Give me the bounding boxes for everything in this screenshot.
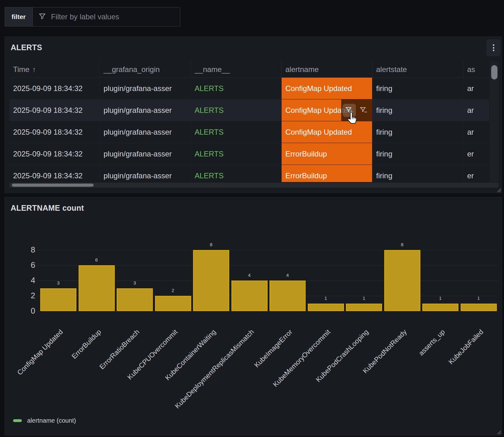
cell-text: plugin/grafana-asser [104, 128, 172, 137]
cell-alertname[interactable]: ErrorBuildup [282, 143, 372, 165]
column-header-alertstate[interactable]: alertstate [372, 61, 463, 78]
cell-alertname[interactable]: ErrorBuildup [282, 165, 372, 182]
bar-KubeJobFailed [461, 304, 497, 311]
cell-extra: ar [463, 99, 489, 121]
bar-value-label: 8 [384, 242, 420, 247]
panel-resize-handle[interactable] [496, 187, 501, 192]
cell-text: firing [376, 106, 392, 115]
filter-for-value-button[interactable] [343, 104, 356, 117]
horizontal-scrollbar-thumb[interactable] [12, 184, 94, 187]
column-header-label: __name__ [195, 65, 230, 74]
bar-value-label: 6 [79, 257, 115, 262]
filter-out-value-button[interactable] [357, 104, 370, 117]
vertical-scrollbar[interactable] [490, 61, 498, 182]
cell-filter-actions [341, 99, 372, 121]
bar-value-label: 8 [193, 242, 229, 247]
alertname-count-panel: ALERTNAME count 024683ConfigMap Updated6… [4, 197, 502, 435]
cell-time: 2025-09-09 18:34:32 [9, 99, 100, 121]
column-header-time[interactable]: Time↑ [9, 61, 100, 78]
bar-value-label: 1 [346, 295, 382, 301]
bar-chart: 024683ConfigMap Updated6ErrorBuildup3Err… [5, 197, 502, 435]
column-header-name[interactable]: __name__ [191, 61, 282, 78]
cell-text: 2025-09-09 18:34:32 [13, 128, 83, 137]
bar-KubeContainerWaiting [193, 250, 229, 311]
column-header-label: Time [13, 65, 29, 74]
cell-alertstate: firing [372, 78, 463, 99]
cell-text: 2025-09-09 18:34:32 [13, 106, 83, 115]
x-axis-category-label: asserts_up [417, 328, 447, 357]
table-row: 2025-09-09 18:34:32plugin/grafana-asserA… [9, 99, 489, 121]
column-header-origin[interactable]: __grafana_origin [100, 61, 191, 78]
cell-name: ALERTS [191, 165, 282, 182]
cell-text: ConfigMap Updated [285, 84, 352, 93]
cell-text: plugin/grafana-asser [104, 171, 172, 180]
cell-origin: plugin/grafana-asser [100, 165, 191, 182]
filter-key-text: filter [12, 13, 26, 21]
cell-text: plugin/grafana-asser [104, 84, 172, 93]
x-axis-category-label: ErrorRatioBreach [98, 328, 141, 371]
cell-extra: er [463, 143, 489, 165]
bar-KubePodNotReady [384, 250, 420, 311]
sort-ascending-icon: ↑ [32, 65, 36, 74]
cell-text: plugin/grafana-asser [104, 106, 172, 115]
x-axis-category-label: KubeJobFailed [447, 328, 485, 366]
filter-value-input[interactable]: Filter by label values [33, 7, 180, 26]
cell-name: ALERTS [191, 121, 282, 143]
bar-value-label: 3 [40, 280, 76, 286]
table-row: 2025-09-09 18:34:32plugin/grafana-asserA… [9, 165, 489, 182]
cell-text: ErrorBuildup [285, 150, 327, 158]
table-header-row: Time↑__grafana_origin__name__alertnameal… [9, 61, 489, 78]
x-axis-category-label: KubeDeploymentReplicasMismatch [173, 328, 256, 410]
cell-text: 2025-09-09 18:34:32 [13, 150, 83, 158]
vertical-scrollbar-thumb[interactable] [491, 65, 497, 79]
y-axis-tick-label: 6 [11, 260, 35, 270]
x-axis-category-label: ErrorBuildup [70, 328, 103, 361]
cell-text: ErrorBuildup [285, 171, 327, 180]
cell-alertstate: firing [372, 121, 463, 143]
bar-KubePodCrashLooping [346, 304, 382, 311]
cell-alertname[interactable]: ConfigMap Updated [282, 121, 372, 143]
filter-bar: filter Filter by label values [5, 7, 180, 26]
horizontal-scrollbar[interactable] [9, 183, 499, 188]
cell-text: firing [376, 150, 392, 158]
bar-KubeDeploymentReplicasMismatch [231, 281, 268, 311]
cell-text: 2025-09-09 18:34:32 [13, 84, 83, 93]
cell-extra: er [463, 165, 489, 182]
column-header-alertname[interactable]: alertname [282, 61, 372, 78]
legend-series-marker [13, 419, 22, 422]
cell-text: ConfigMap Updated [285, 128, 352, 137]
bar-ErrorRatioBreach [117, 288, 153, 311]
cell-text: ALERTS [195, 84, 224, 93]
bar-value-label: 4 [231, 272, 268, 278]
bar-value-label: 1 [422, 295, 458, 301]
cell-name: ALERTS [191, 99, 282, 121]
panel-resize-handle[interactable] [496, 430, 501, 435]
bar-ErrorBuildup [79, 265, 115, 311]
cell-origin: plugin/grafana-asser [100, 78, 191, 99]
bar-KubeCPUOvercommit [155, 296, 191, 311]
cell-text: firing [376, 84, 392, 93]
cell-alertname[interactable]: ConfigMap Updated [282, 99, 372, 121]
legend-series-label: alertname (count) [27, 417, 76, 424]
table-row: 2025-09-09 18:34:32plugin/grafana-asserA… [9, 78, 489, 99]
bar-KubeImageError [269, 281, 306, 311]
x-axis-category-label: KubeImageError [253, 328, 294, 369]
cell-extra: ar [463, 121, 489, 143]
cell-name: ALERTS [191, 78, 282, 99]
cell-text: ALERTS [195, 150, 224, 158]
cell-text: ALERTS [195, 106, 224, 115]
panel-menu-kebab-icon[interactable] [486, 39, 501, 56]
table-row: 2025-09-09 18:34:32plugin/grafana-asserA… [9, 143, 489, 165]
cell-alertname[interactable]: ConfigMap Updated [282, 78, 372, 99]
filter-key-label: filter [5, 7, 33, 26]
column-header-label: as [467, 65, 475, 74]
cell-origin: plugin/grafana-asser [100, 143, 191, 165]
cell-alertstate: firing [372, 99, 463, 121]
bar-ConfigMap Updated [40, 288, 76, 311]
legend-item[interactable]: alertname (count) [13, 417, 76, 424]
cell-text: er [467, 171, 474, 180]
column-header-label: alertstate [376, 65, 407, 74]
column-header-extra[interactable]: as [463, 61, 489, 78]
alerts-table: Time↑__grafana_origin__name__alertnameal… [9, 61, 489, 182]
cell-text: ar [467, 84, 474, 93]
